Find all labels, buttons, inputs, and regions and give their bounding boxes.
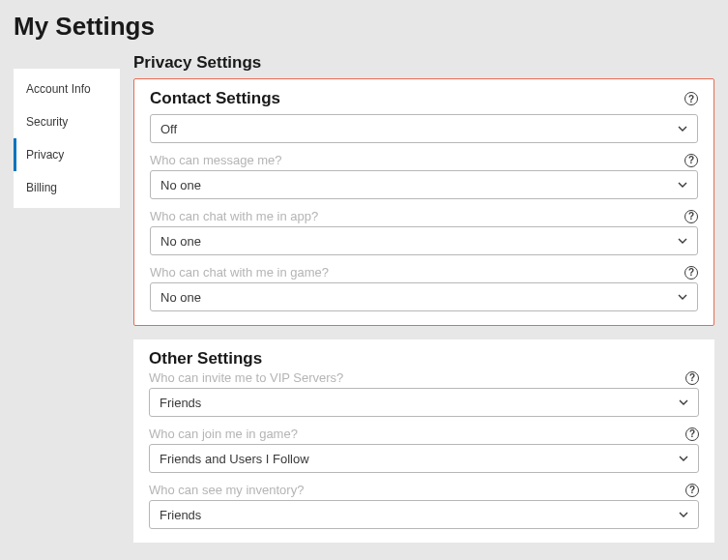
select-vip-invite[interactable]: Friends xyxy=(149,388,699,417)
select-value: Friends and Users I Follow xyxy=(160,452,309,466)
page-title: My Settings xyxy=(14,12,714,42)
main-content: Privacy Settings Contact Settings ? Off … xyxy=(133,53,714,556)
sidebar-item-privacy[interactable]: Privacy xyxy=(14,138,120,171)
select-who-can-chat-game[interactable]: No one xyxy=(150,282,698,311)
sidebar: Account Info Security Privacy Billing xyxy=(14,69,120,208)
chevron-down-icon xyxy=(678,182,687,188)
field-label: Who can see my inventory? xyxy=(149,483,304,497)
select-who-can-chat-app[interactable]: No one xyxy=(150,226,698,255)
help-icon[interactable]: ? xyxy=(684,92,698,105)
field-label: Who can chat with me in app? xyxy=(150,209,318,223)
card-title-other: Other Settings xyxy=(149,349,699,368)
select-who-can-join[interactable]: Friends and Users I Follow xyxy=(149,444,699,473)
field-label: Who can join me in game? xyxy=(149,427,298,441)
select-value: Friends xyxy=(160,396,201,410)
help-icon[interactable]: ? xyxy=(685,371,699,385)
chevron-down-icon xyxy=(678,238,687,244)
chevron-down-icon xyxy=(678,294,687,300)
select-value: No one xyxy=(160,234,201,249)
help-icon[interactable]: ? xyxy=(685,427,699,441)
field-label: Who can message me? xyxy=(150,153,282,167)
field-label: Who can chat with me in game? xyxy=(150,265,329,280)
field-label-row: Who can chat with me in app? ? xyxy=(150,209,698,223)
select-inventory-visibility[interactable]: Friends xyxy=(149,500,699,529)
sidebar-item-account-info[interactable]: Account Info xyxy=(14,73,120,105)
help-icon[interactable]: ? xyxy=(684,210,698,223)
help-icon[interactable]: ? xyxy=(685,484,699,497)
field-label-row: Who can join me in game? ? xyxy=(149,427,699,441)
chevron-down-icon xyxy=(679,399,688,405)
card-title-row: Contact Settings ? xyxy=(150,89,698,108)
chevron-down-icon xyxy=(679,456,688,461)
field-label-row: Who can message me? ? xyxy=(150,153,698,167)
chevron-down-icon xyxy=(679,512,688,517)
chevron-down-icon xyxy=(678,126,687,132)
select-contact-main[interactable]: Off xyxy=(150,114,698,143)
sidebar-item-security[interactable]: Security xyxy=(14,105,120,138)
field-label: Who can invite me to VIP Servers? xyxy=(149,370,343,385)
card-title-contact: Contact Settings xyxy=(150,89,280,108)
field-label-row: Who can see my inventory? ? xyxy=(149,483,699,497)
field-label-row: Who can invite me to VIP Servers? ? xyxy=(149,370,699,385)
field-label-row: Who can chat with me in game? ? xyxy=(150,265,698,280)
section-title: Privacy Settings xyxy=(133,53,714,73)
select-who-can-message[interactable]: No one xyxy=(150,170,698,199)
select-value: Off xyxy=(160,122,177,136)
help-icon[interactable]: ? xyxy=(684,266,698,280)
other-settings-card: Other Settings Who can invite me to VIP … xyxy=(133,339,714,543)
help-icon[interactable]: ? xyxy=(684,154,698,167)
sidebar-item-billing[interactable]: Billing xyxy=(14,171,120,204)
select-value: Friends xyxy=(160,508,201,522)
select-value: No one xyxy=(160,178,201,192)
layout: Account Info Security Privacy Billing Pr… xyxy=(14,53,714,556)
select-value: No one xyxy=(160,290,201,305)
contact-settings-card: Contact Settings ? Off Who can message m… xyxy=(133,78,714,326)
